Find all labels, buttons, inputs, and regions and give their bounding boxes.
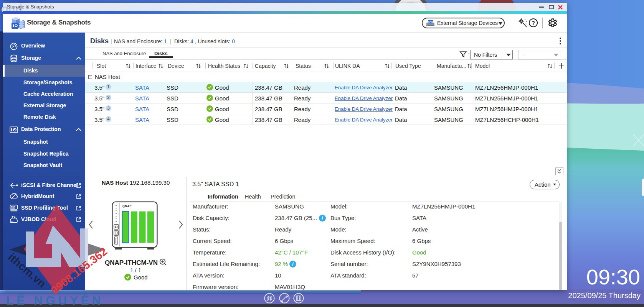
svg-text:2025/09/25 Thursday: 2025/09/25 Thursday: [568, 291, 641, 300]
svg-text:09:30: 09:30: [586, 265, 640, 289]
svg-text:@: @: [266, 295, 272, 302]
svg-text:QNAP: QNAP: [122, 204, 132, 208]
svg-text:SSD: SSD: [11, 207, 15, 208]
svg-text:RAID: RAID: [428, 21, 433, 23]
svg-text:?: ?: [532, 20, 535, 26]
